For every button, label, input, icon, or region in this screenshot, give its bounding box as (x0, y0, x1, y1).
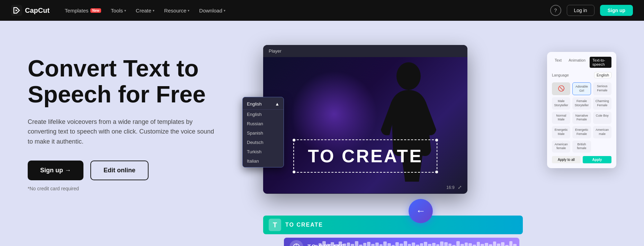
player-window: Player (263, 45, 467, 194)
no-credit-text: *No credit card required (28, 186, 235, 191)
timeline-audio-track: TO CREATE (284, 238, 519, 246)
to-create-overlay: TO CREATE (293, 139, 437, 173)
hero-signup-button[interactable]: Sign up → (28, 161, 83, 180)
capcut-logo-icon (11, 5, 22, 16)
resource-chevron-icon: ▾ (188, 9, 189, 12)
nav-create[interactable]: Create ▾ (132, 6, 159, 16)
tab-animation[interactable]: Animation (566, 57, 588, 68)
voice-serious-female[interactable]: Serious Female (593, 82, 611, 95)
signup-nav-button[interactable]: Sign up (600, 5, 633, 16)
text-track-icon: T (269, 219, 281, 231)
back-button[interactable]: ← (409, 199, 433, 223)
tts-panel: Text Animation Text-to-speech Language E… (547, 52, 616, 168)
voice-adorable-girl[interactable]: Adorable Girl (572, 82, 591, 95)
voice-female-storyteller[interactable]: Female Storyteller (572, 97, 591, 109)
voice-narrative-female[interactable]: Narrative Female (572, 112, 591, 124)
timeline-text-track: T TO CREATE (263, 216, 523, 234)
lang-option-turkish[interactable]: Turkish (243, 147, 284, 156)
lang-option-deutsch[interactable]: Deutsch (243, 138, 284, 147)
voice-cute-boy[interactable]: Cute Boy (593, 112, 611, 124)
create-chevron-icon: ▾ (153, 9, 154, 12)
svg-point-1 (396, 62, 421, 90)
nav-tools[interactable]: Tools ▾ (107, 6, 130, 16)
voice-male-storyteller[interactable]: Male Storyteller (552, 97, 570, 109)
hero-description: Create lifelike voiceovers from a wide r… (28, 117, 215, 147)
tts-lang-label: Language (552, 73, 569, 77)
voice-energetic-female[interactable]: Energetic Female (572, 126, 591, 138)
hero-buttons: Sign up → Edit online (28, 161, 235, 180)
tts-language-row: Language English (552, 72, 611, 78)
corner-dot-tl (293, 139, 295, 142)
corner-dot-bl (293, 171, 295, 173)
back-arrow-icon: ← (416, 206, 426, 217)
audio-track-icon (289, 240, 303, 246)
corner-dot-br (435, 171, 438, 173)
tab-tts[interactable]: Text-to-speech (590, 57, 611, 68)
logo-text: CapCut (25, 7, 50, 15)
apply-button[interactable]: Apply (583, 156, 611, 163)
nav-templates[interactable]: Templates New (61, 6, 105, 16)
hero-edit-button[interactable]: Edit online (90, 161, 149, 180)
lang-option-english[interactable]: English (243, 110, 284, 119)
lang-option-italian[interactable]: Italian (243, 156, 284, 166)
voice-disabled: 🚫 (552, 82, 570, 95)
lang-option-russian[interactable]: Russian (243, 119, 284, 128)
nav-right: ? Log in Sign up (550, 5, 633, 16)
tools-chevron-icon: ▾ (124, 9, 126, 12)
player-content: TO CREATE 16:9 ⤢ (263, 57, 467, 193)
voice-american-male[interactable]: American male (593, 126, 611, 138)
voice-charming-female[interactable]: Charming Female (593, 97, 611, 109)
lang-dropdown-header[interactable]: English ▲ (243, 99, 284, 110)
voice-british-female[interactable]: British female (572, 140, 591, 153)
login-button[interactable]: Log in (567, 5, 594, 16)
to-create-text: TO CREATE (308, 146, 423, 166)
nav-links: Templates New Tools ▾ Create ▾ Resource … (61, 6, 539, 16)
hero-left: Convert Text to Speech for Free Create l… (28, 42, 235, 191)
nav-download[interactable]: Download ▾ (195, 6, 230, 16)
hero-title: Convert Text to Speech for Free (28, 55, 235, 107)
waveform (312, 238, 519, 246)
apply-to-all-button[interactable]: Apply to all (552, 156, 581, 163)
timeline-track1-label: TO CREATE (285, 222, 323, 228)
tab-text[interactable]: Text (552, 57, 564, 68)
expand-icon: ⤢ (458, 184, 462, 190)
language-dropdown[interactable]: English ▲ English Russian Spanish Deutsc… (242, 97, 284, 167)
nav-resource[interactable]: Resource ▾ (160, 6, 194, 16)
player-ratio: 16:9 ⤢ (446, 184, 462, 190)
timeline-area: T TO CREATE ← (263, 216, 523, 246)
lang-chevron-icon: ▲ (275, 101, 279, 107)
hero-right: Player (235, 42, 616, 246)
lang-option-spanish[interactable]: Spanish (243, 128, 284, 138)
voice-grid: 🚫 Adorable Girl Serious Female Male Stor… (552, 82, 611, 153)
tts-lang-select[interactable]: English (594, 72, 611, 78)
corner-dot-tr (435, 139, 438, 142)
voice-energetic-male[interactable]: Energetic Male (552, 126, 570, 138)
voice-normal-male[interactable]: Normal Male (552, 112, 570, 124)
logo[interactable]: CapCut (11, 5, 50, 16)
voice-american-female[interactable]: American female (552, 140, 570, 153)
help-button[interactable]: ? (550, 5, 561, 16)
tts-tabs: Text Animation Text-to-speech (552, 57, 611, 68)
player-header: Player (263, 45, 467, 57)
tts-actions: Apply to all Apply (552, 156, 611, 163)
download-chevron-icon: ▾ (224, 9, 225, 12)
templates-badge: New (90, 8, 101, 13)
navbar: CapCut Templates New Tools ▾ Create ▾ Re… (0, 0, 644, 21)
hero-section: Convert Text to Speech for Free Create l… (0, 21, 644, 246)
